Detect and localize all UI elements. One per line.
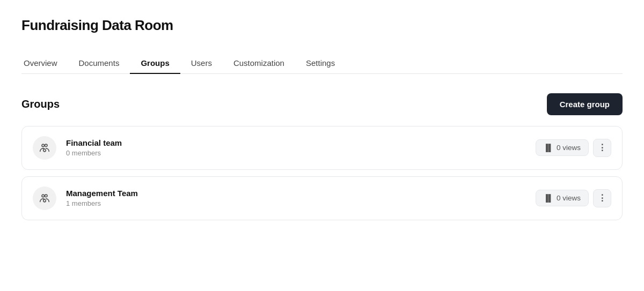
tab-documents[interactable]: Documents <box>68 53 130 74</box>
group-card-financial-team: Financial team 0 members ▐▌ 0 views ⋮ <box>21 126 623 170</box>
section-title: Groups <box>21 98 60 110</box>
tabs-nav: Overview Documents Groups Users Customiz… <box>21 53 623 74</box>
tab-users[interactable]: Users <box>180 53 223 74</box>
tab-groups[interactable]: Groups <box>130 53 180 74</box>
group-card-management-team: Management Team 1 members ▐▌ 0 views ⋮ <box>21 176 623 220</box>
group-members-financial: 0 members <box>66 149 536 157</box>
groups-list: Financial team 0 members ▐▌ 0 views ⋮ <box>21 126 623 220</box>
views-badge-financial[interactable]: ▐▌ 0 views <box>536 139 589 156</box>
group-name-management: Management Team <box>66 189 536 198</box>
more-options-button-management[interactable]: ⋮ <box>593 189 611 207</box>
tab-overview[interactable]: Overview <box>21 53 68 74</box>
group-info-financial: Financial team 0 members <box>66 138 536 157</box>
svg-point-2 <box>43 149 46 152</box>
svg-point-5 <box>43 199 46 202</box>
page-title: Fundraising Data Room <box>21 17 623 34</box>
group-members-management: 1 members <box>66 199 536 207</box>
views-badge-management[interactable]: ▐▌ 0 views <box>536 190 589 206</box>
bar-chart-icon-mgmt: ▐▌ <box>544 194 553 202</box>
group-icon-wrapper <box>33 136 56 160</box>
more-options-button-financial[interactable]: ⋮ <box>593 139 611 157</box>
ellipsis-icon-mgmt: ⋮ <box>598 194 607 203</box>
ellipsis-icon: ⋮ <box>598 144 607 152</box>
section-header: Groups Create group <box>21 93 623 115</box>
group-icon <box>39 142 50 154</box>
group-info-management: Management Team 1 members <box>66 189 536 207</box>
group-icon-mgmt <box>39 192 50 204</box>
tab-settings[interactable]: Settings <box>295 53 346 74</box>
svg-point-3 <box>42 195 45 197</box>
group-actions-management: ▐▌ 0 views ⋮ <box>536 189 611 207</box>
views-count-financial: 0 views <box>557 144 581 152</box>
page-container: Fundraising Data Room Overview Documents… <box>0 0 644 220</box>
group-icon-wrapper-mgmt <box>33 186 56 210</box>
views-count-management: 0 views <box>557 194 581 202</box>
group-actions-financial: ▐▌ 0 views ⋮ <box>536 139 611 157</box>
svg-point-0 <box>42 144 45 147</box>
svg-point-1 <box>45 144 47 147</box>
tab-customization[interactable]: Customization <box>223 53 295 74</box>
group-name-financial: Financial team <box>66 138 536 147</box>
svg-point-4 <box>45 195 47 197</box>
create-group-button[interactable]: Create group <box>547 93 623 115</box>
bar-chart-icon: ▐▌ <box>544 144 553 152</box>
